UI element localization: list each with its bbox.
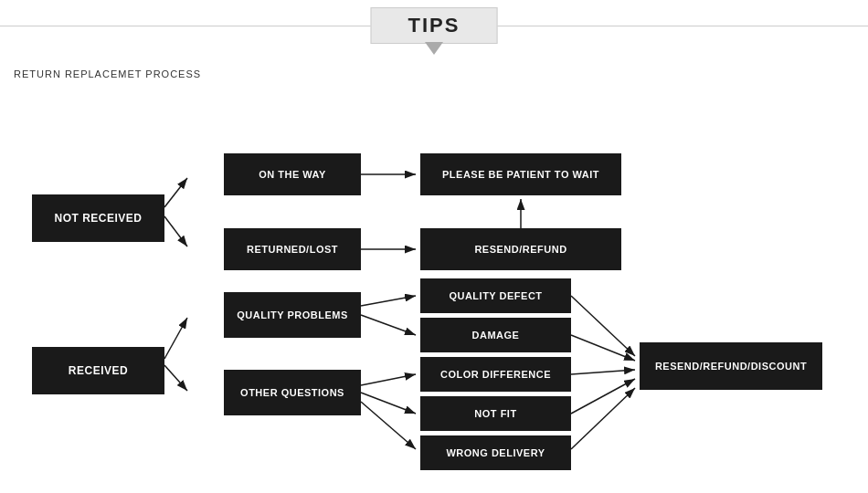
svg-line-9 (361, 296, 416, 306)
damage-box: DAMAGE (420, 318, 571, 352)
resend-refund-discount-box: RESEND/REFUND/DISCOUNT (640, 342, 822, 390)
other-questions-box: OTHER QUESTIONS (224, 370, 361, 415)
svg-line-18 (571, 388, 635, 449)
not-received-box: NOT RECEIVED (32, 194, 164, 242)
resend-refund-box: RESEND/REFUND (420, 228, 621, 270)
tips-title: TIPS (371, 7, 498, 44)
received-box: RECEIVED (32, 347, 164, 394)
svg-line-7 (164, 318, 187, 359)
svg-line-3 (164, 216, 187, 246)
svg-line-11 (361, 374, 416, 385)
not-fit-box: NOT FIT (420, 396, 571, 431)
svg-line-15 (571, 335, 635, 361)
wrong-delivery-box: WRONG DELIVERY (420, 435, 571, 470)
returned-lost-box: RETURNED/LOST (224, 228, 361, 270)
svg-line-14 (571, 296, 635, 356)
svg-line-13 (361, 402, 416, 449)
quality-defect-box: QUALITY DEFECT (420, 278, 571, 313)
section-label: RETURN REPLACEMET PROCESS (14, 68, 201, 79)
svg-line-8 (164, 365, 187, 391)
color-difference-box: COLOR DIFFERENCE (420, 357, 571, 392)
svg-line-2 (164, 178, 187, 207)
svg-line-12 (361, 393, 416, 414)
tips-arrow-icon (425, 42, 443, 55)
on-the-way-box: ON THE WAY (224, 153, 361, 195)
svg-line-17 (571, 379, 635, 414)
please-wait-box: PLEASE BE PATIENT TO WAIT (420, 153, 621, 195)
quality-problems-box: QUALITY PROBLEMS (224, 292, 361, 338)
svg-line-16 (571, 370, 635, 374)
svg-line-10 (361, 315, 416, 335)
